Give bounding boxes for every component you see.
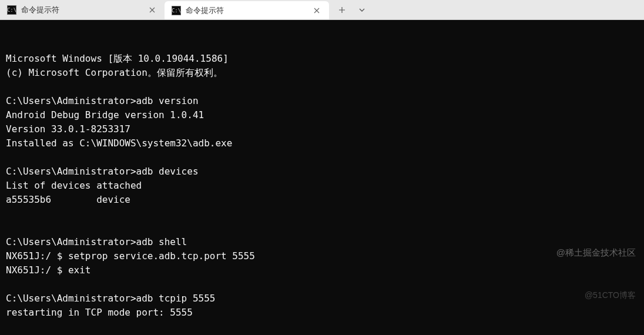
tab-bar: C:\ 命令提示符 C:\ 命令提示符: [0, 0, 644, 20]
cmd-icon: C:\: [7, 5, 16, 15]
terminal-line: [6, 277, 638, 292]
terminal-line: C:\Users\Administrator>adb devices: [6, 165, 638, 179]
tab-title: 命令提示符: [21, 5, 142, 15]
terminal-line: [6, 80, 638, 94]
tab-dropdown-button[interactable]: [353, 2, 371, 18]
terminal-window: C:\ 命令提示符 C:\ 命令提示符 Microsoft Windows [版…: [0, 0, 644, 335]
terminal-line: Android Debug Bridge version 1.0.41: [6, 108, 638, 122]
terminal-line: C:\Users\Administrator>adb version: [6, 94, 638, 108]
close-icon[interactable]: [147, 5, 157, 15]
tab-2[interactable]: C:\ 命令提示符: [165, 1, 329, 19]
tabbar-actions: [329, 0, 375, 19]
terminal-line: [6, 150, 638, 165]
terminal-line: [6, 221, 638, 235]
terminal-line: C:\Users\Administrator>adb tcpip 5555: [6, 292, 638, 306]
cmd-icon: C:\: [172, 6, 181, 15]
tab-title: 命令提示符: [186, 5, 307, 16]
terminal-line: [6, 320, 638, 334]
terminal-line: restarting in TCP mode port: 5555: [6, 306, 638, 320]
tab-1[interactable]: C:\ 命令提示符: [0, 0, 165, 19]
terminal-line: a55535b6 device: [6, 193, 638, 207]
terminal-line: List of devices attached: [6, 179, 638, 193]
terminal-line: (c) Microsoft Corporation。保留所有权利。: [6, 66, 638, 80]
terminal-line: [6, 207, 638, 221]
terminal-output[interactable]: Microsoft Windows [版本 10.0.19044.1586](c…: [0, 20, 644, 335]
new-tab-button[interactable]: [333, 2, 351, 18]
terminal-line: NX651J:/ $ setprop service.adb.tcp.port …: [6, 249, 638, 263]
terminal-line: Version 33.0.1-8253317: [6, 122, 638, 136]
terminal-line: Microsoft Windows [版本 10.0.19044.1586]: [6, 52, 638, 66]
terminal-line: NX651J:/ $ exit: [6, 263, 638, 277]
close-icon[interactable]: [311, 5, 322, 16]
terminal-line: C:\Users\Administrator>adb shell: [6, 235, 638, 249]
terminal-line: Installed as C:\WINDOWS\system32\adb.exe: [6, 136, 638, 150]
